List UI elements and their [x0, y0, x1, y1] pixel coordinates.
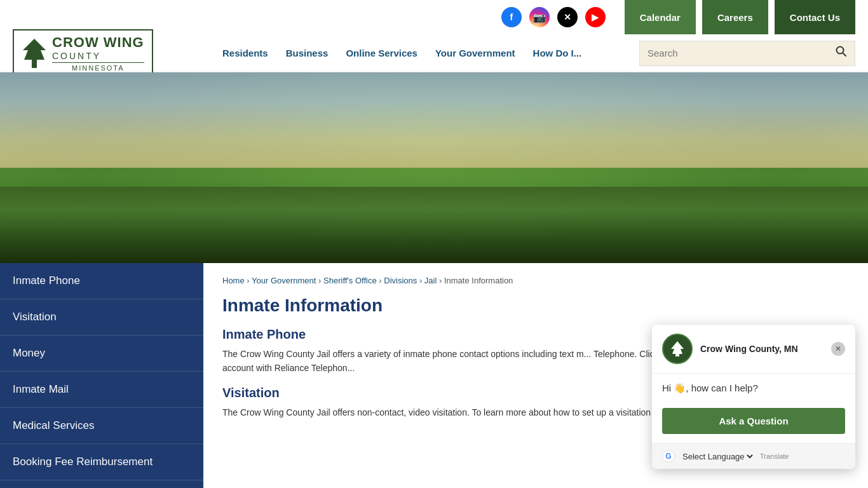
sidebar-item-booking-fee[interactable]: Booking Fee Reimbursement — [0, 444, 203, 480]
breadcrumb-jail[interactable]: Jail — [424, 276, 437, 285]
careers-button[interactable]: Careers — [702, 0, 768, 34]
x-twitter-icon[interactable]: ✕ — [557, 7, 578, 27]
nav-online-services[interactable]: Online Services — [346, 48, 417, 58]
logo-minnesota: MINNESOTA — [52, 62, 144, 72]
chat-close-button[interactable]: ✕ — [831, 342, 845, 356]
chat-county-name: Crow Wing County, MN — [700, 344, 798, 354]
breadcrumb-sep-2: › — [318, 276, 323, 285]
page-title: Inmate Information — [222, 295, 849, 316]
breadcrumb-home[interactable]: Home — [222, 276, 245, 285]
svg-line-2 — [843, 53, 846, 56]
nav-how-do-i[interactable]: How Do I... — [533, 48, 582, 58]
sidebar-item-visitation[interactable]: Visitation — [0, 299, 203, 336]
google-icon: G — [662, 450, 675, 463]
ask-question-button[interactable]: Ask a Question — [662, 408, 845, 434]
chat-greeting: Hi 👋, how can I help? — [652, 374, 855, 403]
sidebar-item-inmate-mail[interactable]: Inmate Mail — [0, 372, 203, 408]
hero-image — [0, 72, 868, 263]
search-bar — [639, 41, 855, 66]
breadcrumb-sheriffs-office[interactable]: Sheriff's Office — [323, 276, 377, 285]
chat-avatar — [662, 334, 693, 364]
nav-links: Residents Business Online Services Your … — [222, 48, 639, 58]
chat-translate-bar: G Select Language Spanish French German … — [652, 443, 855, 469]
nav-residents[interactable]: Residents — [222, 48, 268, 58]
breadcrumb-sep-4: › — [419, 276, 424, 285]
chat-logo-icon — [666, 337, 689, 360]
social-icons: f 📷 ✕ ▶ — [501, 7, 606, 27]
breadcrumb-sep-1: › — [247, 276, 252, 285]
translate-label: Translate — [760, 452, 789, 460]
youtube-icon[interactable]: ▶ — [585, 7, 606, 27]
logo-crow-wing: CROW WING — [52, 34, 144, 51]
breadcrumb-current: Inmate Information — [444, 276, 513, 285]
nav-business[interactable]: Business — [286, 48, 329, 58]
nav-your-government[interactable]: Your Government — [435, 48, 515, 58]
breadcrumb-divisions[interactable]: Divisions — [384, 276, 417, 285]
logo-tree-icon — [22, 37, 47, 69]
logo-box: CROW WING COUNTY MINNESOTA — [13, 29, 153, 77]
breadcrumb: Home › Your Government › Sheriff's Offic… — [222, 276, 849, 285]
language-select[interactable]: Select Language Spanish French German — [680, 451, 755, 462]
hero-background — [0, 72, 868, 263]
sidebar-item-money[interactable]: Money — [0, 336, 203, 372]
chat-widget: Crow Wing County, MN ✕ Hi 👋, how can I h… — [652, 325, 855, 469]
breadcrumb-your-government[interactable]: Your Government — [252, 276, 316, 285]
contact-button[interactable]: Contact Us — [775, 0, 855, 34]
logo-area[interactable]: CROW WING COUNTY MINNESOTA — [13, 29, 210, 77]
calendar-button[interactable]: Calendar — [625, 0, 696, 34]
logo-county: COUNTY — [52, 51, 144, 61]
instagram-icon[interactable]: 📷 — [529, 7, 550, 27]
sidebar-item-medical-services[interactable]: Medical Services — [0, 408, 203, 444]
breadcrumb-sep-5: › — [439, 276, 444, 285]
nav-bar: CROW WING COUNTY MINNESOTA Residents Bus… — [0, 34, 868, 72]
search-input[interactable] — [648, 48, 836, 58]
svg-marker-0 — [23, 39, 46, 68]
facebook-icon[interactable]: f — [501, 7, 522, 27]
sidebar: Inmate Phone Visitation Money Inmate Mai… — [0, 263, 203, 488]
chat-header: Crow Wing County, MN ✕ — [652, 325, 855, 374]
logo-text: CROW WING COUNTY MINNESOTA — [52, 34, 144, 72]
search-button[interactable] — [836, 46, 847, 60]
sidebar-item-inmate-phone[interactable]: Inmate Phone — [0, 263, 203, 299]
search-icon — [836, 46, 847, 57]
